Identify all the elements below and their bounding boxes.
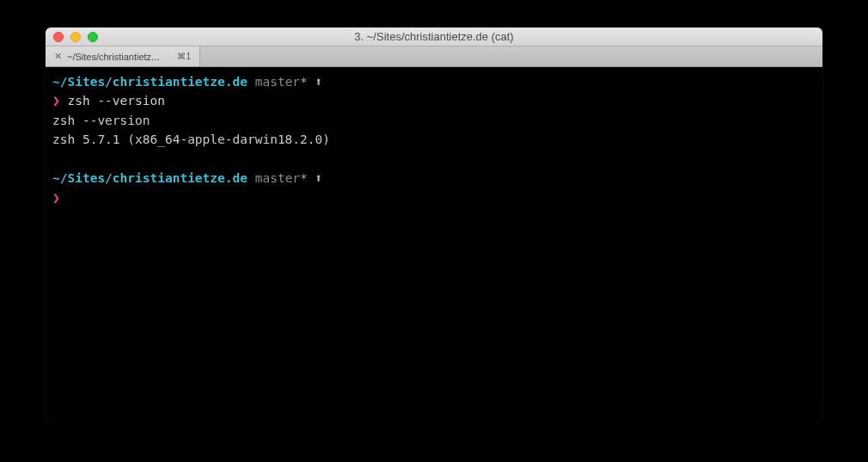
tabbar: ✕ ~/Sites/christiantietz... ⌘1	[46, 46, 822, 67]
tab-shortcut: ⌘1	[177, 52, 191, 61]
output-line: zsh 5.7.1 (x86_64-apple-darwin18.2.0)	[52, 130, 816, 149]
close-icon[interactable]	[53, 32, 64, 42]
empty-prompt-line: ❯	[52, 188, 816, 207]
git-dirty-indicator: *	[300, 75, 308, 89]
prompt-line: ~/Sites/christiantietze.de master* ⬆	[52, 72, 816, 91]
git-ahead-icon: ⬆	[315, 75, 323, 89]
tab-terminal[interactable]: ✕ ~/Sites/christiantietz... ⌘1	[46, 46, 200, 66]
git-dirty-indicator: *	[300, 171, 308, 185]
output-line: zsh --version	[52, 111, 816, 130]
git-ahead-icon: ⬆	[315, 171, 323, 185]
git-branch: master	[255, 171, 300, 185]
cwd-path: ~/Sites/christiantietze.de	[52, 75, 248, 89]
prompt-chevron-icon: ❯	[52, 94, 60, 108]
terminal-window: 3. ~/Sites/christiantietze.de (cat) ✕ ~/…	[46, 28, 822, 423]
cwd-path: ~/Sites/christiantietze.de	[52, 171, 248, 185]
command-text: zsh --version	[67, 94, 165, 108]
minimize-icon[interactable]	[70, 32, 81, 42]
tab-label: ~/Sites/christiantietz...	[67, 52, 172, 62]
command-line: ❯ zsh --version	[52, 91, 816, 110]
titlebar[interactable]: 3. ~/Sites/christiantietze.de (cat)	[46, 28, 822, 46]
prompt-line: ~/Sites/christiantietze.de master* ⬆	[52, 169, 816, 188]
window-title: 3. ~/Sites/christiantietze.de (cat)	[46, 30, 822, 43]
blank-line	[52, 150, 816, 169]
traffic-lights	[46, 32, 98, 42]
terminal-body[interactable]: ~/Sites/christiantietze.de master* ⬆ ❯ z…	[46, 67, 822, 423]
zoom-icon[interactable]	[88, 32, 98, 42]
close-tab-icon[interactable]: ✕	[54, 52, 62, 61]
git-branch: master	[255, 75, 300, 89]
prompt-chevron-icon: ❯	[52, 191, 60, 205]
